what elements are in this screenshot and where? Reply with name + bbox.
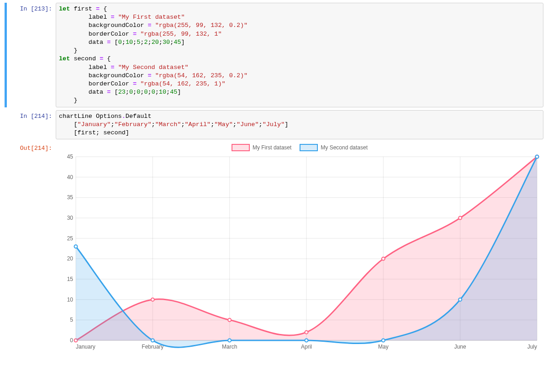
x-tick-label: May (378, 344, 389, 350)
chart-point (458, 217, 462, 220)
prompt-in-214: In [214]: (5, 110, 56, 140)
code-input-214[interactable]: chartLine Options.Default ["January";"Fe… (56, 110, 543, 140)
legend-label: My Second dataset (321, 144, 368, 151)
chart-point (305, 331, 308, 334)
legend-item-second[interactable]: My Second dataset (300, 144, 368, 151)
x-tick-label: April (301, 344, 312, 350)
prompt-out-214: Out[214]: (5, 142, 56, 353)
chart-point (382, 339, 385, 342)
y-tick-label: 15 (67, 276, 74, 282)
y-tick-label: 10 (67, 297, 74, 303)
code-213[interactable]: let first = { label = "My First dataset"… (59, 5, 540, 105)
chart-point (536, 155, 539, 159)
output-cell-214: Out[214]: My First dataset My Second dat… (5, 142, 543, 353)
legend-swatch-icon (232, 144, 250, 151)
code-cell-213: In [213]: let first = { label = "My Firs… (5, 3, 543, 107)
output-area-214: My First dataset My Second dataset 05101… (56, 142, 543, 353)
chart-point (382, 257, 385, 260)
x-tick-label: January (76, 344, 95, 350)
chart-point (151, 298, 154, 301)
chart-container: My First dataset My Second dataset 05101… (58, 142, 542, 353)
chart-point (74, 245, 78, 248)
code-input-213[interactable]: let first = { label = "My First dataset"… (56, 3, 543, 107)
code-cell-214: In [214]: chartLine Options.Default ["Ja… (5, 110, 543, 140)
line-chart[interactable]: 051015202530354045JanuaryFebruaryMarchAp… (58, 152, 542, 353)
chart-point (305, 339, 308, 342)
legend-label: My First dataset (253, 144, 291, 151)
x-tick-label: July (527, 344, 537, 350)
y-tick-label: 20 (67, 256, 74, 262)
x-tick-label: June (454, 344, 466, 350)
y-tick-label: 25 (67, 235, 74, 242)
chart-point (458, 298, 462, 301)
y-tick-label: 35 (67, 195, 74, 201)
chart-point (151, 339, 154, 342)
y-tick-label: 30 (67, 215, 74, 221)
prompt-in-213: In [213]: (5, 3, 56, 107)
legend-swatch-icon (300, 144, 318, 151)
y-tick-label: 0 (70, 337, 73, 344)
chart-legend: My First dataset My Second dataset (58, 142, 542, 152)
x-tick-label: March (222, 344, 237, 350)
y-tick-label: 40 (67, 174, 74, 180)
code-214[interactable]: chartLine Options.Default ["January";"Fe… (59, 112, 540, 138)
chart-point (228, 318, 231, 322)
legend-item-first[interactable]: My First dataset (232, 144, 291, 151)
y-tick-label: 45 (67, 154, 74, 160)
y-tick-label: 5 (70, 317, 73, 323)
notebook: In [213]: let first = { label = "My Firs… (0, 0, 548, 374)
chart-point (228, 339, 231, 342)
